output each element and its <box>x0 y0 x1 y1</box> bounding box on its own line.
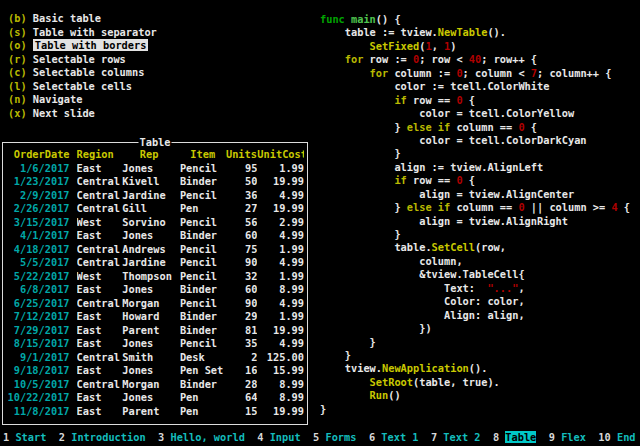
table-cell: 125.00 <box>257 351 304 365</box>
table-row[interactable]: 11/8/2017EastParentPen1519.99 <box>6 405 304 419</box>
orders-table: OrderDateRegionRepItemUnitsUnitCost1/6/2… <box>6 148 304 418</box>
slide-tab-hello-world[interactable]: 3 Hello, world <box>158 431 245 443</box>
menu-shortcut-key: (s) <box>8 26 27 38</box>
table-row[interactable]: 4/18/2017CentralAndrewsPencil751.99 <box>6 243 304 257</box>
menu-item-navigate[interactable]: (n) Navigate <box>8 93 157 107</box>
table-row[interactable]: 1/23/2017CentralKivellBinder5019.99 <box>6 175 304 189</box>
table-row[interactable]: 2/26/2017CentralGillPen2719.99 <box>6 202 304 216</box>
menu-shortcut-key: (c) <box>8 66 27 78</box>
table-row[interactable]: 4/1/2017EastJonesBinder604.99 <box>6 229 304 243</box>
table-cell: 10/5/2017 <box>6 378 70 392</box>
table-row[interactable]: 6/8/2017EastJonesBinder608.99 <box>6 283 304 297</box>
table-cell: 19.99 <box>257 175 304 189</box>
table-row[interactable]: 10/22/2017EastJonesPen648.99 <box>6 391 304 405</box>
table-row[interactable]: 1/6/2017EastJonesPencil951.99 <box>6 162 304 176</box>
menu-item-label: Table with separator <box>33 26 157 38</box>
code-line: } <box>320 336 630 349</box>
slide-label: Start <box>15 431 46 443</box>
slide-tab-table[interactable]: 8 Table <box>493 431 536 443</box>
table-cell: 8.99 <box>257 283 304 297</box>
menu-item-basic-table[interactable]: (b) Basic table <box>8 12 157 26</box>
table-cell: Pencil <box>180 243 226 257</box>
table-row[interactable]: 5/5/2017CentralJardinePencil904.99 <box>6 256 304 270</box>
table-row[interactable]: 8/15/2017EastJonesPencil354.99 <box>6 337 304 351</box>
code-line: color = tcell.ColorYellow <box>320 107 630 120</box>
code-line: }) <box>320 322 630 335</box>
table-row[interactable]: 7/29/2017EastParentBinder8119.99 <box>6 324 304 338</box>
table-row[interactable]: 9/18/2017EastJonesPen Set1615.99 <box>6 364 304 378</box>
table-row[interactable]: 9/1/2017CentralSmithDesk2125.00 <box>6 351 304 365</box>
table-row[interactable]: 7/12/2017EastHowardBinder291.99 <box>6 310 304 324</box>
table-cell: 1/6/2017 <box>6 162 70 176</box>
table-cell: Jones <box>122 162 176 176</box>
table-cell: 5/22/2017 <box>6 270 70 284</box>
slide-number: 8 <box>493 431 499 443</box>
table-cell: Morgan <box>122 378 176 392</box>
table-cell: 28 <box>226 378 258 392</box>
slide-menu: (b) Basic table(s) Table with separator(… <box>8 12 157 120</box>
table-cell: West <box>77 216 123 230</box>
table-cell: 7/12/2017 <box>6 310 70 324</box>
column-header: Rep <box>122 148 176 162</box>
slide-tab-start[interactable]: 1 Start <box>3 431 46 443</box>
menu-item-table-with-separator[interactable]: (s) Table with separator <box>8 26 157 40</box>
code-line: &tview.TableCell{ <box>320 268 630 281</box>
table-row[interactable]: 5/22/2017WestThompsonPencil321.99 <box>6 270 304 284</box>
slide-number: 4 <box>257 431 263 443</box>
table-cell: 8.99 <box>257 378 304 392</box>
slide-tab-input[interactable]: 4 Input <box>257 431 300 443</box>
slide-number: 3 <box>158 431 164 443</box>
column-header: OrderDate <box>6 148 70 162</box>
table-cell: Jones <box>122 364 176 378</box>
table-cell: Pencil <box>180 216 226 230</box>
table-cell: Pencil <box>180 189 226 203</box>
slide-label: End <box>617 431 636 443</box>
menu-item-selectable-rows[interactable]: (r) Selectable rows <box>8 53 157 67</box>
code-line: table.SetCell(row, <box>320 241 630 254</box>
table-row[interactable]: 10/5/2017CentralMorganBinder288.99 <box>6 378 304 392</box>
table-row[interactable]: 3/15/2017WestSorvinoPencil562.99 <box>6 216 304 230</box>
slide-label: Input <box>270 431 301 443</box>
slide-label: Table <box>505 431 536 443</box>
menu-item-selectable-columns[interactable]: (c) Selectable columns <box>8 66 157 80</box>
slide-number: 5 <box>313 431 319 443</box>
slide-tab-text-1[interactable]: 6 Text 1 <box>369 431 419 443</box>
table-cell: 19.99 <box>257 405 304 419</box>
table-cell: West <box>77 270 123 284</box>
table-cell: 60 <box>226 283 258 297</box>
slide-status-bar: 1 Start 2 Introduction 3 Hello, world 4 … <box>3 431 640 446</box>
table-row[interactable]: 2/9/2017CentralJardinePencil364.99 <box>6 189 304 203</box>
table-cell: 4.99 <box>257 256 304 270</box>
table-cell: East <box>77 364 123 378</box>
code-line: tview.NewApplication(). <box>320 362 630 375</box>
table-cell: Jones <box>122 229 176 243</box>
code-line: } else if column == 0 { <box>320 121 630 134</box>
menu-item-selectable-cells[interactable]: (l) Selectable cells <box>8 80 157 94</box>
table-cell: 90 <box>226 297 258 311</box>
code-line: align = tview.AlignCenter <box>320 188 630 201</box>
table-cell: Pencil <box>180 337 226 351</box>
slide-label: Introduction <box>71 431 145 443</box>
column-header: Item <box>180 148 226 162</box>
code-line: for row := 0; row < 40; row++ { <box>320 53 630 66</box>
code-line: func main() { <box>320 13 630 26</box>
slide-tab-text-2[interactable]: 7 Text 2 <box>431 431 481 443</box>
slide-tab-introduction[interactable]: 2 Introduction <box>59 431 146 443</box>
slide-label: Text 2 <box>443 431 480 443</box>
table-cell: 90 <box>226 256 258 270</box>
slide-tab-forms[interactable]: 5 Forms <box>313 431 356 443</box>
table-cell: Andrews <box>122 243 176 257</box>
menu-item-table-with-borders[interactable]: (o) Table with borders <box>8 39 157 53</box>
table-cell: Thompson <box>122 270 176 284</box>
menu-item-label: Selectable rows <box>33 53 126 65</box>
menu-item-label: Navigate <box>33 93 83 105</box>
slide-tab-end[interactable]: 10 End <box>598 431 635 443</box>
slide-tab-flex[interactable]: 9 Flex <box>549 431 586 443</box>
table-cell: Binder <box>180 378 226 392</box>
slide-number: 6 <box>369 431 375 443</box>
menu-item-label: Selectable cells <box>33 80 132 92</box>
table-cell: 4.99 <box>257 297 304 311</box>
table-cell: Central <box>77 189 123 203</box>
menu-item-next-slide[interactable]: (x) Next slide <box>8 107 157 121</box>
table-row[interactable]: 6/25/2017CentralMorganPencil904.99 <box>6 297 304 311</box>
